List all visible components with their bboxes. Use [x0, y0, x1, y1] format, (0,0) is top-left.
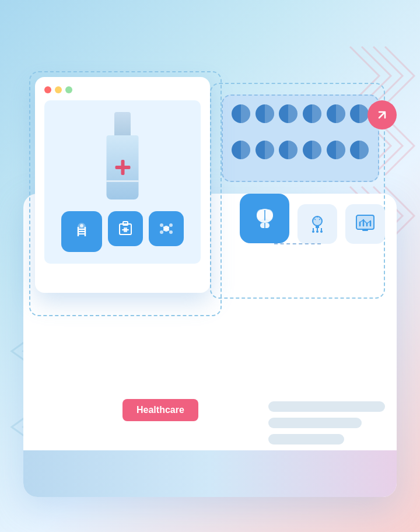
cross-icon [114, 159, 131, 176]
dna-icon-box [61, 211, 102, 252]
pill-4 [303, 104, 321, 123]
bottom-platform [23, 450, 397, 497]
neural-icon [306, 213, 328, 235]
main-container: Healthcare [23, 194, 397, 497]
dot-red [44, 86, 51, 93]
arrow-icon [376, 108, 388, 121]
pill-6 [350, 104, 369, 123]
medicine-tube [99, 112, 146, 200]
svg-rect-12 [122, 229, 129, 230]
svg-rect-47 [362, 229, 368, 231]
browser-dots [44, 86, 201, 93]
pill-12 [350, 141, 369, 159]
brain-pill-icon-box [240, 194, 289, 243]
pill-7 [232, 141, 250, 159]
right-icon-row [240, 194, 385, 244]
dot-green [65, 86, 72, 93]
chart-icon [354, 213, 376, 235]
gray-bars-container [268, 401, 385, 444]
gray-bar-2 [268, 418, 362, 428]
pill-8 [256, 141, 274, 159]
svg-point-8 [80, 224, 83, 228]
neural-icon-box [298, 204, 337, 244]
svg-point-15 [169, 223, 173, 227]
svg-point-17 [169, 230, 173, 234]
svg-point-14 [160, 223, 163, 227]
svg-point-23 [257, 209, 265, 220]
pill-1 [232, 104, 250, 123]
network-icon [158, 220, 174, 237]
pill-blister [222, 94, 379, 182]
svg-point-28 [313, 216, 322, 226]
svg-point-34 [316, 230, 318, 233]
svg-rect-1 [115, 166, 130, 169]
hospital-icon-box [108, 211, 143, 246]
svg-point-24 [265, 209, 273, 220]
brain-pill-icon [250, 204, 279, 233]
healthcare-label: Healthcare [136, 405, 184, 415]
svg-point-16 [160, 230, 163, 234]
browser-card [35, 77, 210, 293]
pill-3 [279, 104, 298, 123]
healthcare-badge[interactable]: Healthcare [123, 399, 198, 421]
chart-icon-box [345, 204, 385, 244]
tube-body [107, 135, 139, 200]
connector-line-1 [274, 243, 321, 244]
svg-point-35 [320, 230, 323, 233]
tube-stripe [107, 180, 139, 182]
pill-11 [327, 141, 345, 159]
icon-grid [61, 211, 184, 252]
dna-icon [71, 221, 92, 242]
gray-bar-1 [268, 401, 385, 412]
pill-9 [279, 141, 298, 159]
browser-content [44, 100, 201, 264]
hospital-icon [117, 220, 134, 237]
dot-orange [55, 86, 62, 93]
pill-10 [303, 141, 321, 159]
svg-point-33 [312, 230, 314, 233]
network-icon-box [149, 211, 184, 246]
pill-2 [256, 104, 274, 123]
svg-rect-29 [316, 226, 319, 228]
pill-5 [327, 104, 345, 123]
gray-bar-3 [268, 434, 344, 444]
arrow-button[interactable] [368, 100, 397, 130]
